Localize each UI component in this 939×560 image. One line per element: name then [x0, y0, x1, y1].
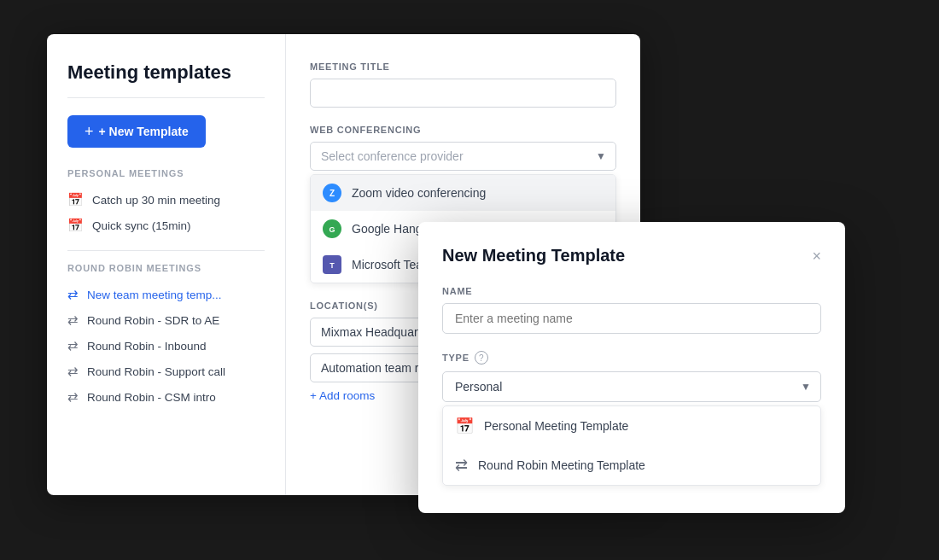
rr-label-4: Round Robin - CSM intro [87, 391, 216, 404]
web-conf-select[interactable]: Select conference provider Zoom video co… [310, 142, 616, 171]
teams-icon: T [323, 255, 341, 274]
modal-name-input[interactable] [442, 303, 821, 334]
add-rooms-label: + Add rooms [310, 389, 375, 402]
modal-type-label: TYPE [442, 353, 470, 363]
round-robin-icon: ⇄ [455, 456, 468, 475]
rr-icon-0: ⇄ [67, 287, 79, 302]
personal-meeting-label-1: Quick sync (15min) [92, 219, 191, 232]
new-template-button[interactable]: + + New Template [67, 115, 206, 148]
plus-icon: + [85, 124, 94, 139]
modal-type-select[interactable]: Personal Round Robin [442, 371, 821, 402]
zoom-label: Zoom video conferencing [352, 186, 486, 200]
rr-section-divider [67, 250, 265, 251]
new-template-label: + New Template [99, 125, 189, 138]
modal-type-select-wrapper: Personal Round Robin ▼ [442, 371, 821, 402]
modal-close-button[interactable]: × [812, 248, 821, 264]
zoom-icon: Z [323, 184, 341, 202]
type-help-icon[interactable]: ? [475, 351, 488, 365]
sidebar-divider [67, 97, 265, 98]
rr-item-3[interactable]: ⇄ Round Robin - Support call [67, 359, 265, 384]
rr-label-0: New team meeting temp... [87, 289, 222, 301]
rr-item-2[interactable]: ⇄ Round Robin - Inbound [67, 333, 265, 359]
rr-item-0[interactable]: ⇄ New team meeting temp... [67, 282, 265, 307]
personal-meeting-item-0[interactable]: 📅 Catch up 30 min meeting [67, 187, 265, 213]
round-robin-template-option[interactable]: ⇄ Round Robin Meeting Template [443, 446, 820, 485]
web-conf-label: WEB CONFERENCING [310, 125, 616, 135]
personal-cal-icon: 📅 [455, 417, 474, 435]
rr-icon-3: ⇄ [67, 364, 79, 379]
zoom-dropdown-option[interactable]: Z Zoom video conferencing [311, 175, 615, 211]
rr-label-3: Round Robin - Support call [87, 365, 225, 378]
rr-label-1: Round Robin - SDR to AE [87, 314, 219, 327]
modal-title: New Meeting Template [442, 246, 625, 265]
modal-header: New Meeting Template × [442, 246, 821, 265]
svg-text:T: T [330, 261, 335, 270]
meeting-title-input[interactable] [310, 79, 616, 108]
rr-label-2: Round Robin - Inbound [87, 340, 207, 353]
rr-icon-4: ⇄ [67, 389, 79, 405]
sidebar: Meeting templates + + New Template PERSO… [47, 34, 286, 495]
rr-icon-1: ⇄ [67, 312, 79, 328]
rr-item-4[interactable]: ⇄ Round Robin - CSM intro [67, 384, 265, 410]
sidebar-title: Meeting templates [67, 61, 265, 84]
rr-item-1[interactable]: ⇄ Round Robin - SDR to AE [67, 307, 265, 333]
calendar-icon-1: 📅 [67, 218, 84, 233]
personal-meeting-item-1[interactable]: 📅 Quick sync (15min) [67, 213, 265, 238]
round-robin-template-label: Round Robin Meeting Template [478, 458, 645, 472]
personal-section-label: PERSONAL MEETINGS [67, 168, 265, 178]
meeting-title-label: MEETING TITLE [310, 61, 616, 72]
calendar-icon-0: 📅 [67, 192, 84, 207]
round-robin-section-label: ROUND ROBIN MEETINGS [67, 263, 265, 273]
rr-icon-2: ⇄ [67, 338, 79, 353]
modal-name-label: NAME [442, 286, 821, 296]
svg-text:G: G [329, 225, 335, 234]
modal-type-dropdown: 📅 Personal Meeting Template ⇄ Round Robi… [442, 405, 821, 486]
personal-template-label: Personal Meeting Template [484, 419, 628, 433]
web-conf-select-wrapper: Select conference provider Zoom video co… [310, 142, 616, 171]
google-hangout-icon: G [323, 219, 341, 238]
new-meeting-template-modal: New Meeting Template × NAME TYPE ? Perso… [418, 222, 845, 513]
personal-template-option[interactable]: 📅 Personal Meeting Template [443, 406, 820, 446]
personal-meeting-label-0: Catch up 30 min meeting [92, 194, 220, 207]
type-row: TYPE ? [442, 351, 821, 365]
